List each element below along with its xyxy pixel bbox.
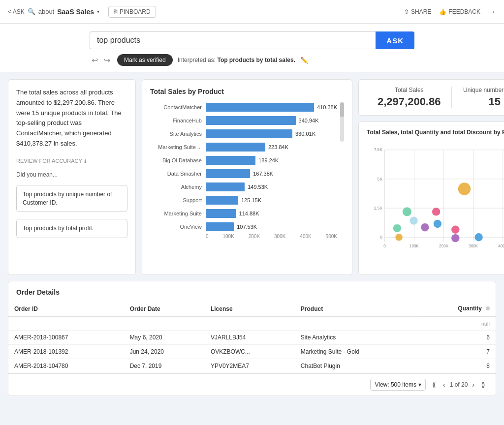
pinboard-button[interactable]: ⎘ PINBOARD bbox=[108, 6, 156, 18]
bar-label: Support bbox=[150, 197, 202, 203]
scatter-panel: Total Sales, total Quantity and total Di… bbox=[358, 121, 504, 275]
bar-label: OneView bbox=[150, 224, 202, 230]
svg-text:0: 0 bbox=[383, 244, 386, 248]
order-date-cell: Dec 7, 2019 bbox=[124, 359, 205, 373]
bar-chart-title: Total Sales by Product bbox=[150, 88, 344, 95]
bar-track: 167.38K bbox=[206, 169, 337, 179]
search-input[interactable] bbox=[90, 31, 376, 49]
ask-button[interactable]: ASK bbox=[376, 31, 414, 49]
scatter-title: Total Sales, total Quantity and total Di… bbox=[367, 129, 504, 136]
pagination-bar: View: 500 items ▾ ⟪ ‹ 1 of 20 › ⟫ bbox=[8, 373, 496, 395]
bar-row: FinanceHub340.94K bbox=[150, 116, 337, 125]
insight-panel: The total sales across all products amou… bbox=[8, 79, 136, 275]
mark-verified-button[interactable]: Mark as verified bbox=[117, 54, 173, 66]
review-accuracy-button[interactable]: REVIEW FOR ACCURACY ℹ bbox=[16, 158, 127, 164]
svg-point-30 bbox=[474, 233, 482, 241]
interpreted-as-text: Interpreted as: Top products by total sa… bbox=[178, 57, 295, 63]
scroll-indicator[interactable] bbox=[340, 102, 344, 142]
bar-fill bbox=[206, 209, 236, 218]
next-page-button[interactable]: › bbox=[470, 380, 477, 390]
bar-fill bbox=[206, 169, 250, 178]
column-indicator bbox=[486, 306, 490, 310]
svg-text:300K: 300K bbox=[469, 244, 478, 248]
order-title: Order Details bbox=[8, 281, 496, 301]
svg-point-29 bbox=[458, 182, 471, 195]
bar-row: Marketing Suite ...223.84K bbox=[150, 142, 337, 152]
bar-value: 107.53K bbox=[237, 224, 257, 230]
bar-row: Marketing Suite114.88K bbox=[150, 209, 337, 218]
kpi-unique-products: Unique number of Pro... 15 bbox=[451, 87, 504, 108]
bar-value: 223.84K bbox=[268, 144, 288, 150]
view-select[interactable]: View: 500 items ▾ bbox=[370, 379, 426, 391]
axis-label: 100K bbox=[222, 234, 234, 239]
bar-value: 149.53K bbox=[248, 184, 268, 190]
table-row: AMER-2018-101392 Jun 24, 2020 OVKZBOWC..… bbox=[8, 345, 496, 359]
col-order-date: Order Date bbox=[124, 301, 205, 317]
kpi-unique-label: Unique number of Pro... bbox=[452, 87, 504, 93]
null-cell: null bbox=[8, 317, 496, 331]
back-button[interactable]: < ASK bbox=[8, 8, 25, 15]
order-date-cell: Jun 24, 2020 bbox=[124, 345, 205, 359]
bar-fill bbox=[206, 222, 234, 231]
top-nav: < ASK 🔍 about SaaS Sales ▾ ⎘ PINBOARD ⇧ … bbox=[0, 0, 504, 24]
svg-text:400K: 400K bbox=[498, 244, 504, 248]
bar-label: FinanceHub bbox=[150, 118, 202, 123]
order-panel: Order Details Order ID Order Date Licens… bbox=[8, 281, 496, 396]
last-page-button[interactable]: ⟫ bbox=[479, 380, 488, 390]
bar-value: 114.88K bbox=[239, 211, 259, 216]
bar-row: OneView107.53K bbox=[150, 222, 337, 232]
bar-label: Marketing Suite ... bbox=[150, 144, 202, 150]
scroll-thumb bbox=[340, 102, 344, 117]
order-id-cell: AMER-2018-101392 bbox=[8, 345, 124, 359]
bar-row: ContactMatcher410.38K bbox=[150, 102, 337, 112]
pinboard-label: PINBOARD bbox=[120, 8, 151, 15]
svg-point-23 bbox=[410, 216, 417, 224]
product-cell: Site Analytics bbox=[295, 331, 419, 345]
order-id-cell: AMER-2018-104780 bbox=[8, 359, 124, 373]
kpi-total-sales: Total Sales 2,297,200.86 bbox=[367, 87, 452, 108]
nav-about: about bbox=[38, 8, 55, 15]
axis-label: 400K bbox=[300, 234, 311, 239]
nav-left: < ASK 🔍 about SaaS Sales ▾ ⎘ PINBOARD bbox=[8, 6, 156, 18]
verified-row: ↩ ↪ Mark as verified Interpreted as: Top… bbox=[90, 54, 414, 66]
caret-icon[interactable]: ▾ bbox=[97, 9, 99, 14]
bar-track: 107.53K bbox=[206, 222, 337, 232]
bar-label: Site Analytics bbox=[150, 131, 202, 137]
axis-label: 200K bbox=[249, 234, 260, 239]
redo-button[interactable]: ↪ bbox=[102, 55, 112, 66]
order-id-cell: AMER-2018-100867 bbox=[8, 331, 124, 345]
product-cell: Marketing Suite - Gold bbox=[295, 345, 419, 359]
feedback-button[interactable]: 👍 FEEDBACK bbox=[439, 8, 480, 15]
prev-page-button[interactable]: ‹ bbox=[441, 380, 448, 390]
bar-track: 125.15K bbox=[206, 195, 337, 205]
product-cell: ChatBot Plugin bbox=[295, 359, 419, 373]
order-table-header-row: Order ID Order Date License Product Quan… bbox=[8, 301, 496, 317]
suggestion-button-0[interactable]: Top products by unique number of Custome… bbox=[16, 185, 127, 212]
svg-point-21 bbox=[395, 234, 403, 241]
table-row: AMER-2018-100867 May 6, 2020 VJARLLBJ54 … bbox=[8, 331, 496, 345]
suggestion-button-1[interactable]: Top products by total profit. bbox=[16, 219, 127, 238]
kpi-unique-value: 15 bbox=[452, 95, 504, 108]
col-product: Product bbox=[295, 301, 419, 317]
first-page-button[interactable]: ⟪ bbox=[430, 380, 439, 390]
scatter-chart: 7.5K 5K 2.5K 0 0 100K 200K 300K 400K 500… bbox=[367, 140, 504, 268]
exit-button[interactable]: → bbox=[488, 7, 496, 16]
bar-chart-area: ContactMatcher410.38KFinanceHub340.94KSi… bbox=[150, 102, 337, 239]
undo-button[interactable]: ↩ bbox=[90, 55, 100, 66]
kpi-panel: Total Sales 2,297,200.86 Unique number o… bbox=[358, 79, 504, 116]
share-button[interactable]: ⇧ SHARE bbox=[404, 8, 431, 15]
main-content: The total sales across all products amou… bbox=[0, 72, 504, 403]
table-row: AMER-2018-104780 Dec 7, 2019 YPV0Y2MEA7 … bbox=[8, 359, 496, 373]
order-table-head: Order ID Order Date License Product Quan… bbox=[8, 301, 496, 317]
bar-fill bbox=[206, 143, 265, 152]
search-row: ASK bbox=[90, 31, 414, 49]
bar-fill bbox=[206, 196, 238, 205]
bar-row: Site Analytics330.01K bbox=[150, 129, 337, 139]
axis-label: 0 bbox=[206, 234, 209, 239]
bar-axis: 0100K200K300K400K500K bbox=[150, 234, 337, 239]
license-cell: YPV0Y2MEA7 bbox=[205, 359, 295, 373]
bar-track: 340.94K bbox=[206, 116, 337, 125]
bar-fill bbox=[206, 156, 255, 165]
edit-icon[interactable]: ✏️ bbox=[300, 57, 308, 64]
order-table: Order ID Order Date License Product Quan… bbox=[8, 301, 496, 373]
